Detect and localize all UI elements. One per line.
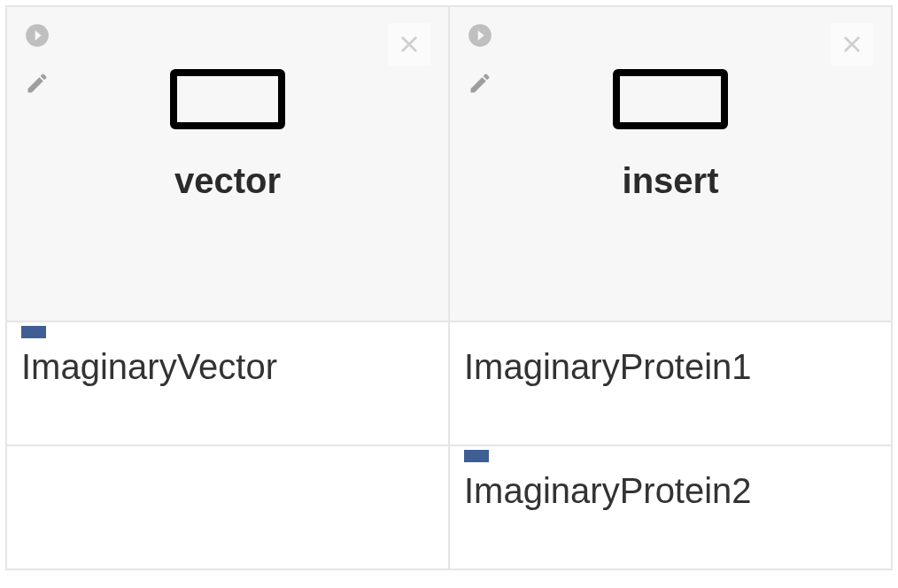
entry-label: ImaginaryProtein2	[464, 471, 877, 510]
assembly-grid: vector	[5, 5, 893, 570]
selection-chip	[21, 326, 46, 338]
arrow-right-circle-icon[interactable]	[468, 23, 492, 48]
column-title: vector	[174, 161, 281, 201]
grid-cell[interactable]: ImaginaryProtein1	[449, 321, 892, 445]
column-title: insert	[623, 161, 719, 201]
grid-cell[interactable]: ImaginaryProtein2	[449, 445, 892, 569]
column-header-insert: insert	[449, 6, 892, 321]
selection-chip	[464, 450, 489, 462]
grid-cell[interactable]	[6, 445, 449, 569]
column-type-icon	[613, 69, 728, 129]
close-column-button[interactable]	[831, 23, 873, 66]
close-column-button[interactable]	[388, 23, 430, 66]
entry-label: ImaginaryVector	[21, 347, 434, 386]
entry-label: ImaginaryProtein1	[464, 347, 877, 386]
grid-cell[interactable]: ImaginaryVector	[6, 321, 449, 445]
column-type-icon	[170, 69, 285, 129]
arrow-right-circle-icon[interactable]	[25, 23, 50, 48]
column-header-vector: vector	[6, 6, 449, 321]
